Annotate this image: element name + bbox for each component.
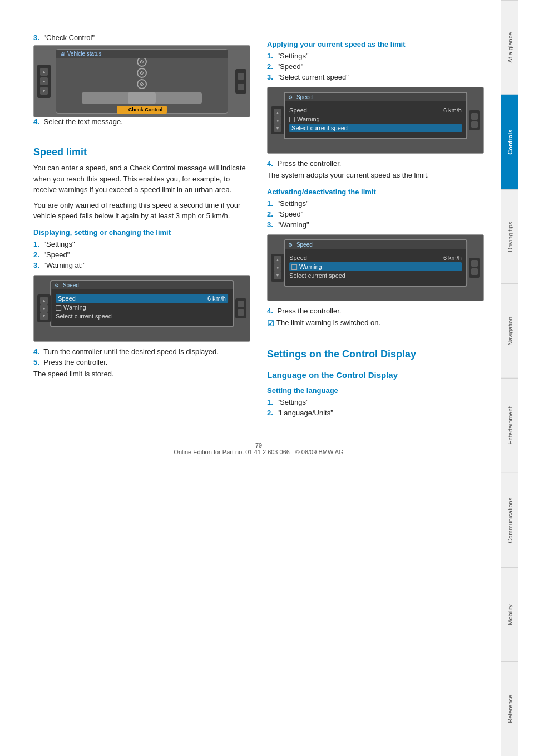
tab-reference[interactable]: Reference bbox=[501, 661, 518, 756]
right-controller-3 bbox=[469, 110, 480, 130]
step4: 4. Select the text message. bbox=[33, 117, 250, 126]
activating-steps: 1. "Settings" 2. "Speed" 3. "Warning" bbox=[267, 199, 484, 229]
step3-label: 3. "Check Control" bbox=[33, 33, 250, 42]
screen2-speed-row: Speed 6 km/h bbox=[289, 106, 462, 115]
divider-2 bbox=[267, 337, 484, 337]
nav-down: ▼ bbox=[40, 87, 48, 95]
act-step3: 3. "Warning" bbox=[267, 220, 484, 229]
ctrl-btn-1 bbox=[238, 73, 244, 80]
speed-stored-text: The speed limit is stored. bbox=[33, 369, 250, 380]
disp-step1: 1. "Settings" bbox=[33, 240, 250, 248]
speed-screen-1: ⚙ Speed Speed 6 km/h Warning Select curr… bbox=[33, 275, 250, 342]
vehicle-icon-3: ⊙ bbox=[137, 79, 147, 89]
ctrl-btn-5 bbox=[471, 113, 478, 120]
vehicle-icon-2: ⊙ bbox=[137, 68, 147, 78]
ctrl-btn-3 bbox=[238, 301, 244, 307]
speed-limit-title: Speed limit bbox=[33, 146, 250, 158]
apply-result-text: The system adopts your current speed as … bbox=[267, 170, 484, 181]
language-heading: Language on the Control Display bbox=[267, 370, 484, 380]
vehicle-status-screenshot: 🖥 Vehicle status ⊙ ⊙ ⊙ Check Control bbox=[33, 45, 250, 117]
displaying-heading: Displaying, setting or changing the limi… bbox=[33, 228, 250, 237]
nav-down-3: ▼ bbox=[274, 124, 281, 132]
act-result: ☑ The limit warning is switched on. bbox=[267, 318, 484, 328]
screen3-warning-row: Warning bbox=[289, 262, 462, 271]
tab-navigation[interactable]: Navigation bbox=[501, 283, 518, 378]
applying-heading: Applying your current speed as the limit bbox=[267, 40, 484, 48]
screen3-content: Speed 6 km/h Warning Select current spee… bbox=[285, 251, 466, 282]
ctrl-btn-2 bbox=[238, 84, 244, 90]
screen1-speed-row: Speed 6 km/h bbox=[56, 294, 228, 303]
activating-heading: Activating/deactivating the limit bbox=[267, 188, 484, 196]
screen3-select-row: Select current speed bbox=[289, 271, 462, 280]
page-footer: 79 Online Edition for Part no. 01 41 2 6… bbox=[33, 436, 484, 455]
speed-limit-body2: You are only warned of reaching this spe… bbox=[33, 200, 250, 222]
apply-step4: 4. Press the controller. bbox=[267, 159, 484, 168]
disp-step3: 3. "Warning at:" bbox=[33, 261, 250, 269]
speed-screen-inner: ⚙ Speed Speed 6 km/h Warning Select curr… bbox=[50, 280, 234, 327]
setting-lang-sub: Setting the language bbox=[267, 386, 484, 395]
screen1-title-bar: ⚙ Speed bbox=[51, 281, 233, 289]
screen3-speed-row: Speed 6 km/h bbox=[289, 253, 462, 262]
warning-checkbox-2 bbox=[289, 117, 295, 122]
screen1-warning-row: Warning bbox=[56, 303, 228, 312]
nav-up-4: ▲ bbox=[274, 256, 281, 264]
speed-screen-3: ⚙ Speed Speed 6 km/h Warning Select curr… bbox=[267, 234, 484, 301]
right-controller bbox=[235, 69, 246, 94]
apply-step2: 2. "Speed" bbox=[267, 62, 484, 71]
nav-down-2: ▼ bbox=[40, 312, 48, 320]
car-image bbox=[82, 92, 202, 104]
left-controller: ▲ ● ▼ bbox=[37, 65, 51, 98]
screen1-content: Speed 6 km/h Warning Select current spee… bbox=[51, 292, 233, 323]
chapter-tabs: At a glance Controls Driving tips Naviga… bbox=[501, 0, 518, 756]
disp-step2: 2. "Speed" bbox=[33, 251, 250, 259]
speed-screen3-inner: ⚙ Speed Speed 6 km/h Warning Select curr… bbox=[284, 239, 467, 287]
tab-entertainment[interactable]: Entertainment bbox=[501, 378, 518, 473]
tab-controls[interactable]: Controls bbox=[501, 95, 518, 189]
footer-text: Online Edition for Part no. 01 41 2 603 … bbox=[174, 449, 343, 455]
speed-screen2-inner: ⚙ Speed Speed 6 km/h Warning Select curr… bbox=[284, 92, 467, 139]
tab-mobility[interactable]: Mobility bbox=[501, 567, 518, 662]
nav-ok: ● bbox=[40, 77, 48, 85]
nav-down-4: ▼ bbox=[274, 272, 281, 279]
ctrl-btn-4 bbox=[238, 309, 244, 316]
speed-screen-2: ⚙ Speed Speed 6 km/h Warning Select curr… bbox=[267, 87, 484, 154]
screen2-select-row: Select current speed bbox=[289, 124, 462, 132]
warning-checkbox-3 bbox=[291, 264, 297, 270]
warning-triangle bbox=[121, 107, 127, 112]
divider-1 bbox=[33, 135, 250, 135]
tab-communications[interactable]: Communications bbox=[501, 473, 518, 567]
nav-ok-2: ● bbox=[40, 305, 48, 312]
screen3-title-bar: ⚙ Speed bbox=[285, 240, 466, 249]
displaying-steps: 1. "Settings" 2. "Speed" 3. "Warning at:… bbox=[33, 240, 250, 269]
page-number: 79 bbox=[255, 442, 262, 449]
apply-step4-list: 4. Press the controller. bbox=[267, 159, 484, 168]
nav-up-3: ▲ bbox=[274, 109, 281, 116]
screen1-select-row: Select current speed bbox=[56, 312, 228, 321]
settings-control-title: Settings on the Control Display bbox=[267, 348, 484, 360]
vehicle-icon-1: ⊙ bbox=[137, 57, 147, 67]
lang-step1: 1. "Settings" bbox=[267, 398, 484, 406]
screen2-content: Speed 6 km/h Warning Select current spee… bbox=[285, 104, 466, 135]
apply-step3: 3. "Select current speed" bbox=[267, 73, 484, 81]
lang-step2: 2. "Language/Units" bbox=[267, 409, 484, 417]
screen-title-bar: 🖥 Vehicle status bbox=[56, 50, 228, 58]
left-controller-4: ▲ ● ▼ bbox=[271, 254, 284, 282]
speed-limit-body1: You can enter a speed, and a Check Contr… bbox=[33, 163, 250, 195]
act-step2: 2. "Speed" bbox=[267, 210, 484, 218]
tab-driving-tips[interactable]: Driving tips bbox=[501, 189, 518, 284]
right-controller-2 bbox=[235, 298, 246, 318]
right-controller-4 bbox=[469, 258, 480, 278]
act-step4: 4. Press the controller. bbox=[267, 307, 484, 315]
screen2-warning-row: Warning bbox=[289, 115, 462, 124]
left-controller-3: ▲ ● ▼ bbox=[271, 106, 284, 134]
tab-at-a-glance[interactable]: At a glance bbox=[501, 0, 518, 95]
left-controller-2: ▲ ● ▼ bbox=[37, 294, 51, 322]
screen2-title-bar: ⚙ Speed bbox=[285, 93, 466, 101]
ctrl-btn-7 bbox=[471, 260, 478, 267]
act-step4-list: 4. Press the controller. bbox=[267, 307, 484, 315]
vehicle-icons: ⊙ ⊙ ⊙ bbox=[137, 57, 147, 89]
nav-up-2: ▲ bbox=[40, 297, 48, 305]
disp-step4: 4. Turn the controller until the desired… bbox=[33, 347, 250, 356]
apply-step1: 1. "Settings" bbox=[267, 52, 484, 60]
nav-ok-3: ● bbox=[274, 116, 281, 124]
